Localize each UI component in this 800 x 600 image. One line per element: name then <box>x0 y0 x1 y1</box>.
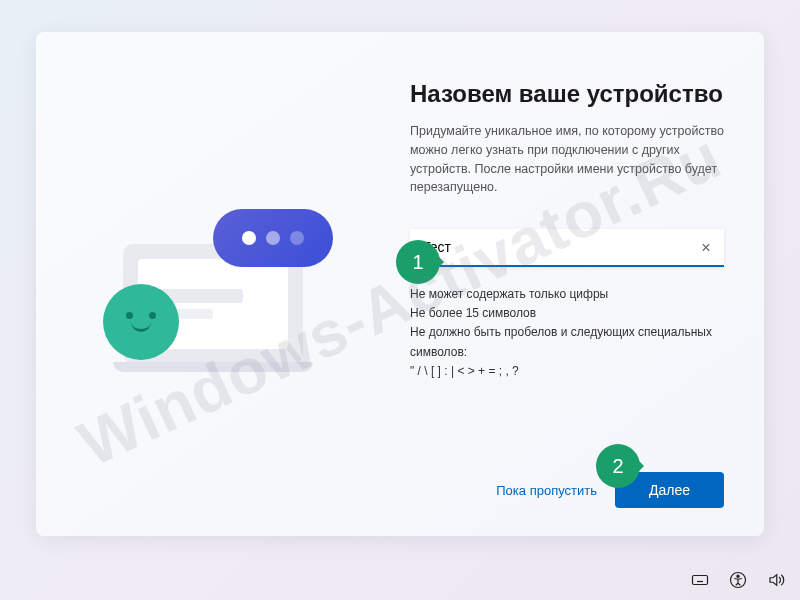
page-title: Назовем ваше устройство <box>410 80 724 108</box>
device-name-input-row: × <box>410 229 724 267</box>
chat-bubble-icon <box>213 209 333 267</box>
page-subtitle: Придумайте уникальное имя, по которому у… <box>410 122 724 197</box>
illustration-panel <box>36 32 400 536</box>
svg-point-7 <box>737 575 739 577</box>
annotation-callout-1: 1 <box>396 240 440 284</box>
skip-link[interactable]: Пока пропустить <box>496 483 597 498</box>
clear-input-button[interactable]: × <box>696 238 716 258</box>
device-name-input[interactable] <box>410 229 724 267</box>
accessibility-icon[interactable] <box>728 570 748 590</box>
laptop-base-shape <box>113 362 313 372</box>
oobe-card: Назовем ваше устройство Придумайте уника… <box>36 32 764 536</box>
taskbar-tray <box>690 570 786 590</box>
smiley-face-icon <box>103 284 179 360</box>
footer-actions: Пока пропустить Далее <box>410 472 724 512</box>
device-name-illustration <box>103 184 333 384</box>
rule-length: Не более 15 символов <box>410 304 724 323</box>
volume-icon[interactable] <box>766 570 786 590</box>
content-panel: Назовем ваше устройство Придумайте уника… <box>400 32 764 536</box>
rule-digits: Не может содержать только цифры <box>410 285 724 304</box>
validation-rules: Не может содержать только цифры Не более… <box>410 285 724 381</box>
annotation-callout-2: 2 <box>596 444 640 488</box>
keyboard-icon[interactable] <box>690 570 710 590</box>
svg-rect-0 <box>693 576 708 585</box>
rule-chars: Не должно быть пробелов и следующих спец… <box>410 323 724 361</box>
rule-chars-list: " / \ [ ] : | < > + = ; , ? <box>410 362 724 381</box>
